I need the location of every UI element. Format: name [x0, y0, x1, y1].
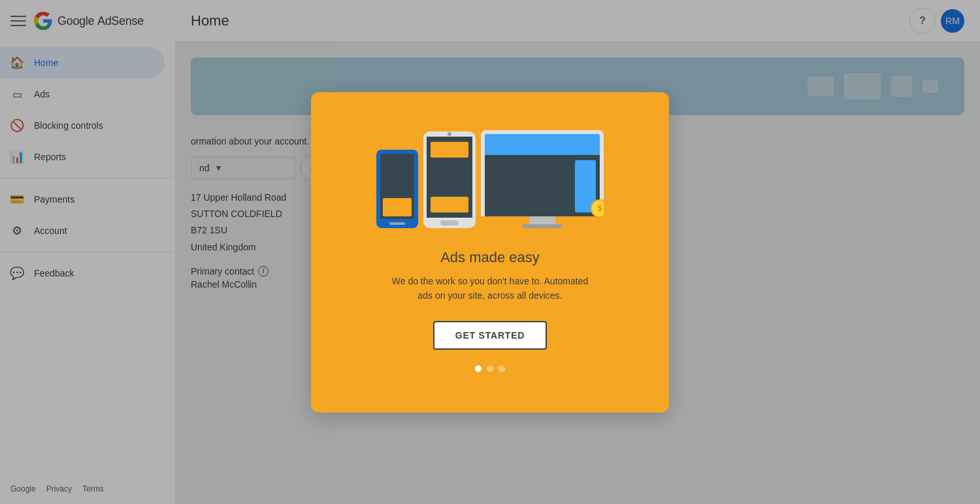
phone-large-notch — [423, 131, 476, 137]
desktop-ad-top — [485, 134, 600, 155]
phone-small-illustration — [376, 150, 418, 228]
phone-large-illustration — [423, 131, 476, 228]
phone-small-ad — [383, 198, 412, 216]
carousel-dots — [475, 365, 505, 372]
camera-icon — [448, 132, 451, 136]
desktop-stand — [529, 216, 555, 224]
carousel-dot-1[interactable] — [475, 365, 482, 372]
get-started-button[interactable]: GET STARTED — [433, 321, 547, 350]
desktop-monitor: $ — [481, 130, 604, 216]
phone-large-button — [423, 218, 476, 228]
desktop-screen — [485, 134, 600, 216]
carousel-dot-2[interactable] — [487, 365, 493, 372]
desktop-illustration: $ — [481, 130, 604, 228]
phone-home-button — [440, 220, 459, 226]
carousel-dot-3[interactable] — [498, 365, 505, 372]
device-illustration: $ — [376, 124, 604, 228]
modal-overlay: $ Ads made easy We do the work so you do… — [0, 0, 980, 504]
desktop-base — [523, 224, 562, 228]
modal-title: Ads made easy — [440, 249, 540, 266]
phone-small-screen — [380, 154, 414, 219]
modal-card: $ Ads made easy We do the work so you do… — [311, 92, 669, 412]
phone-large-screen — [427, 137, 472, 218]
adsense-coin-icon: $ — [591, 199, 604, 216]
phone-large-ad-bottom — [431, 197, 468, 212]
modal-description: We do the work so you don't have to. Aut… — [385, 274, 595, 303]
phone-small-bottom — [376, 219, 418, 228]
phone-small-button — [389, 222, 405, 225]
phone-large-ad-top — [431, 142, 468, 158]
